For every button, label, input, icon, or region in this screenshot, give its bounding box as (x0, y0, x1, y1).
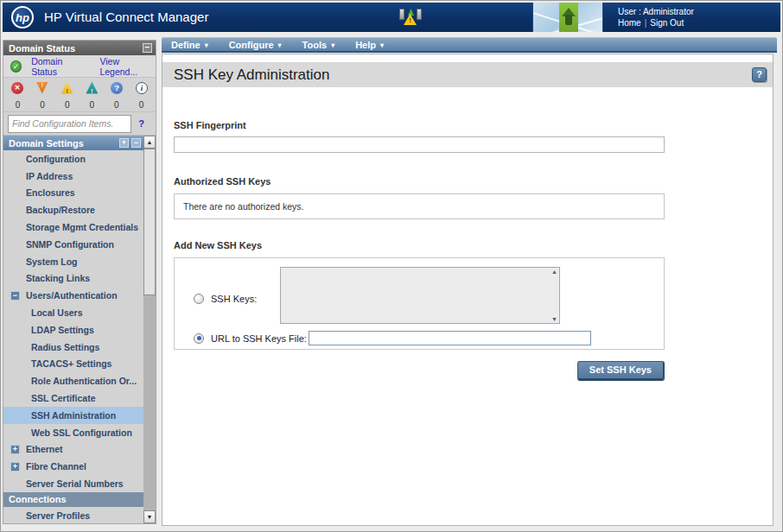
minor-status-count: 0 (60, 100, 73, 110)
sidebar-item-server-serial-numbers[interactable]: Server Serial Numbers (3, 475, 143, 492)
sidebar-item-label: Local Users (31, 307, 83, 318)
minor-status-icon[interactable]: ! (61, 82, 73, 94)
sidebar-item-fibre-channel[interactable]: +Fibre Channel (3, 458, 143, 475)
sidebar-item-backup-restore[interactable]: Backup/Restore (3, 201, 143, 218)
sidebar-item-label: IP Address (26, 171, 73, 181)
sidebar-item-ethernet[interactable]: +Ethernet (3, 441, 143, 459)
expand-all-icon[interactable]: + (119, 138, 129, 148)
ssh-keys-radio[interactable] (194, 294, 204, 304)
warning-status-icon[interactable]: ! (86, 82, 98, 94)
ssh-keys-textarea[interactable] (280, 267, 560, 324)
sidebar-item-label: SSL Certificate (31, 393, 96, 403)
signout-link[interactable]: Sign Out (650, 18, 684, 28)
expand-icon[interactable]: + (10, 462, 20, 472)
find-configuration-input[interactable] (8, 115, 131, 133)
chevron-down-icon: ▾ (331, 41, 334, 49)
menu-help[interactable]: Help▾ (346, 38, 395, 51)
major-status-icon[interactable]: ! (36, 82, 48, 94)
user-links: Home|Sign Out (618, 17, 694, 28)
user-label: User : Administrator (618, 6, 694, 17)
collapse-all-icon[interactable]: − (131, 138, 141, 148)
thumbnail-figure (565, 15, 572, 25)
chevron-down-icon: ▾ (205, 41, 208, 49)
status-ok-icon: ✓ (10, 60, 22, 73)
enclosure-bay-icon (399, 9, 404, 20)
collapse-icon[interactable]: − (143, 43, 152, 53)
ssh-fingerprint-label: SSH Fingerprint (174, 120, 773, 130)
sidebar-item-ip-address[interactable]: IP Address (3, 168, 143, 185)
sidebar-item-system-log[interactable]: System Log (3, 253, 143, 270)
critical-status-icon[interactable]: ✕ (11, 82, 23, 94)
home-link[interactable]: Home (618, 18, 641, 28)
domain-status-row: ✓ Domain Status View Legend... (3, 55, 156, 78)
domain-status-link[interactable]: Domain Status (31, 56, 86, 77)
help-button[interactable]: ? (752, 67, 767, 82)
sidebar-item-configuration[interactable]: Configuration (3, 150, 143, 168)
menu-tools[interactable]: Tools▾ (293, 38, 347, 51)
set-ssh-keys-button[interactable]: Set SSH Keys (577, 361, 665, 381)
ssh-fingerprint-input[interactable] (174, 136, 665, 153)
sidebar-item-label: Configuration (26, 154, 86, 164)
page-title: SSH Key Administration (174, 66, 329, 84)
sidebar-item-ldap-settings[interactable]: LDAP Settings (3, 321, 143, 339)
unknown-status-icon[interactable]: ? (111, 82, 123, 94)
url-radio[interactable] (194, 333, 204, 344)
sidebar-item-storage-mgmt-credentials[interactable]: Storage Mgmt Credentials (3, 218, 143, 236)
warning-triangle-icon: ! (404, 14, 417, 25)
sidebar-item-server-profiles[interactable]: Server Profiles (3, 507, 143, 524)
sidebar-item-label: SSH Administration (31, 410, 116, 421)
sidebar-scrollbar[interactable]: ▲ ▼ (143, 136, 156, 523)
sidebar-item-enclosures[interactable]: Enclosures (3, 185, 143, 202)
sidebar-item-ssh-administration[interactable]: SSH Administration (3, 407, 143, 424)
sidebar-item-tacacs-settings[interactable]: TACACS+ Settings (3, 356, 143, 373)
enclosure-bay-icon (417, 9, 422, 20)
sidebar-item-label: Enclosures (26, 187, 75, 198)
sidebar-item-ssl-certificate[interactable]: SSL Certificate (3, 390, 143, 407)
expand-icon[interactable]: + (10, 445, 20, 454)
sidebar-item-label: LDAP Settings (31, 325, 94, 335)
menu-label: Tools (302, 40, 328, 50)
find-row: ? (3, 112, 156, 136)
sidebar-item-role-authentication-or[interactable]: Role Authentication Or... (3, 372, 143, 390)
user-prefix: User : (618, 7, 641, 16)
sidebar-item-stacking-links[interactable]: Stacking Links (3, 270, 143, 288)
collapse-icon[interactable]: − (10, 291, 20, 301)
sidebar: Domain Status − ✓ Domain Status View Leg… (3, 40, 156, 524)
app-header: hp HP Virtual Connect Manager ! User : A… (3, 3, 780, 32)
major-status-count: 0 (36, 100, 49, 110)
find-help-icon[interactable]: ? (138, 118, 144, 129)
ssh-keys-textarea-wrap: ▲ ▼ (280, 267, 560, 324)
info-status-icon[interactable]: i (136, 82, 148, 94)
menu-define[interactable]: Define▾ (162, 38, 220, 51)
sidebar-item-web-ssl-configuration[interactable]: Web SSL Configuration (3, 424, 143, 441)
menu-configure[interactable]: Configure▾ (220, 38, 293, 51)
scrollbar-thumb[interactable] (143, 149, 156, 295)
domain-settings-tree: ConfigurationIP AddressEnclosuresBackup/… (3, 150, 143, 492)
enclosure-warning-icon[interactable]: ! (399, 9, 422, 26)
url-input[interactable] (309, 331, 591, 345)
textarea-scroll-up-icon[interactable]: ▲ (551, 269, 557, 275)
sidebar-item-users-authentication[interactable]: −Users/Authentication (3, 287, 143, 304)
app-title: HP Virtual Connect Manager (44, 3, 208, 32)
status-counter-icons: ✕!!!?i (3, 78, 156, 98)
menubar: Define▾Configure▾Tools▾Help▾ (162, 37, 777, 53)
sidebar-item-label: SNMP Configuration (26, 239, 114, 250)
chevron-down-icon: ▾ (278, 41, 282, 49)
enclosure-thumbnail[interactable] (532, 3, 603, 32)
sidebar-item-label: Backup/Restore (26, 205, 95, 215)
view-legend-link[interactable]: View Legend... (99, 56, 156, 77)
scroll-down-icon[interactable]: ▼ (143, 510, 156, 523)
sidebar-item-snmp-configuration[interactable]: SNMP Configuration (3, 236, 143, 253)
info-status-count: 0 (135, 100, 148, 110)
domain-settings-title: Domain Settings (9, 138, 84, 149)
menu-label: Define (171, 40, 201, 50)
sidebar-item-label: Role Authentication Or... (31, 376, 137, 386)
status-counter-values: 000000 (3, 98, 156, 112)
scroll-up-icon[interactable]: ▲ (143, 136, 156, 149)
textarea-scroll-down-icon[interactable]: ▼ (551, 316, 557, 322)
sidebar-item-local-users[interactable]: Local Users (3, 304, 143, 321)
link-separator: | (645, 18, 647, 28)
critical-status-count: 0 (11, 100, 24, 110)
sidebar-item-label: Server Serial Numbers (26, 478, 124, 489)
sidebar-item-radius-settings[interactable]: Radius Settings (3, 339, 143, 356)
